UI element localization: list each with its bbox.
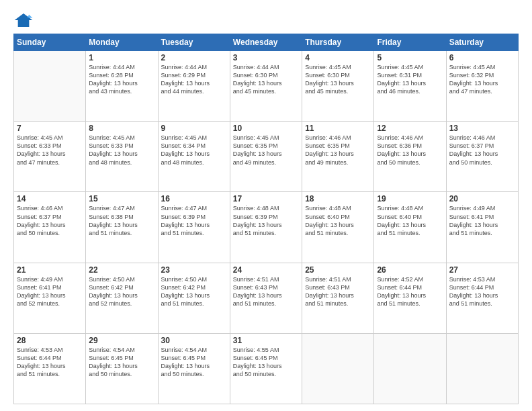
day-number: 22 [89,265,154,275]
day-number: 18 [305,194,371,203]
calendar-cell: 26Sunrise: 4:52 AM Sunset: 6:44 PM Dayli… [374,263,446,333]
day-number: 8 [89,124,154,133]
day-info: Sunrise: 4:45 AM Sunset: 6:35 PM Dayligh… [233,134,299,167]
weekday-header-sunday: Sunday [14,34,86,51]
weekday-header-tuesday: Tuesday [158,34,230,51]
page: SundayMondayTuesdayWednesdayThursdayFrid… [0,0,532,411]
day-number: 2 [161,53,227,62]
weekday-header-friday: Friday [374,34,446,51]
day-info: Sunrise: 4:45 AM Sunset: 6:32 PM Dayligh… [449,63,515,96]
calendar-cell: 2Sunrise: 4:44 AM Sunset: 6:29 PM Daylig… [158,51,230,122]
weekday-header-saturday: Saturday [446,34,518,51]
day-number: 23 [161,265,227,275]
day-info: Sunrise: 4:45 AM Sunset: 6:34 PM Dayligh… [161,134,227,167]
weekday-header-monday: Monday [86,34,158,51]
day-info: Sunrise: 4:46 AM Sunset: 6:37 PM Dayligh… [449,134,515,167]
day-info: Sunrise: 4:54 AM Sunset: 6:45 PM Dayligh… [89,346,154,379]
day-info: Sunrise: 4:44 AM Sunset: 6:30 PM Dayligh… [233,63,299,96]
day-number: 24 [233,265,299,275]
day-info: Sunrise: 4:46 AM Sunset: 6:36 PM Dayligh… [377,134,443,167]
calendar-cell: 10Sunrise: 4:45 AM Sunset: 6:35 PM Dayli… [230,122,302,192]
day-info: Sunrise: 4:49 AM Sunset: 6:41 PM Dayligh… [17,275,83,308]
calendar-cell: 8Sunrise: 4:45 AM Sunset: 6:33 PM Daylig… [86,122,158,192]
day-info: Sunrise: 4:49 AM Sunset: 6:41 PM Dayligh… [449,204,515,237]
day-info: Sunrise: 4:45 AM Sunset: 6:33 PM Dayligh… [89,134,154,167]
day-number: 27 [449,265,515,275]
day-number: 12 [377,124,443,133]
calendar-cell: 23Sunrise: 4:50 AM Sunset: 6:42 PM Dayli… [158,263,230,333]
day-info: Sunrise: 4:44 AM Sunset: 6:28 PM Dayligh… [89,63,154,96]
day-number: 25 [305,265,371,275]
day-info: Sunrise: 4:53 AM Sunset: 6:44 PM Dayligh… [17,346,83,379]
day-number: 20 [449,194,515,203]
logo-icon [13,12,34,28]
calendar-cell: 17Sunrise: 4:48 AM Sunset: 6:39 PM Dayli… [230,192,302,263]
calendar-cell: 4Sunrise: 4:45 AM Sunset: 6:30 PM Daylig… [302,51,374,122]
day-number: 3 [233,53,299,62]
calendar-cell: 16Sunrise: 4:47 AM Sunset: 6:39 PM Dayli… [158,192,230,263]
day-info: Sunrise: 4:46 AM Sunset: 6:37 PM Dayligh… [17,204,83,237]
day-number: 9 [161,124,227,133]
day-number: 5 [377,53,443,62]
calendar-cell: 28Sunrise: 4:53 AM Sunset: 6:44 PM Dayli… [14,333,86,404]
day-info: Sunrise: 4:48 AM Sunset: 6:40 PM Dayligh… [377,204,443,237]
day-number: 16 [161,194,227,203]
header [13,12,519,28]
calendar-cell [302,333,374,404]
calendar-cell: 25Sunrise: 4:51 AM Sunset: 6:43 PM Dayli… [302,263,374,333]
day-info: Sunrise: 4:53 AM Sunset: 6:44 PM Dayligh… [449,275,515,308]
calendar-cell: 30Sunrise: 4:54 AM Sunset: 6:45 PM Dayli… [158,333,230,404]
calendar-cell: 5Sunrise: 4:45 AM Sunset: 6:31 PM Daylig… [374,51,446,122]
day-number: 21 [17,265,83,275]
day-number: 26 [377,265,443,275]
calendar-table: SundayMondayTuesdayWednesdayThursdayFrid… [13,34,519,404]
week-row-2: 7Sunrise: 4:45 AM Sunset: 6:33 PM Daylig… [14,122,519,192]
calendar-cell: 11Sunrise: 4:46 AM Sunset: 6:35 PM Dayli… [302,122,374,192]
calendar-cell: 15Sunrise: 4:47 AM Sunset: 6:38 PM Dayli… [86,192,158,263]
day-number: 4 [305,53,371,62]
day-number: 29 [89,336,154,345]
calendar-cell: 3Sunrise: 4:44 AM Sunset: 6:30 PM Daylig… [230,51,302,122]
day-info: Sunrise: 4:45 AM Sunset: 6:33 PM Dayligh… [17,134,83,167]
weekday-header-thursday: Thursday [302,34,374,51]
calendar-cell: 19Sunrise: 4:48 AM Sunset: 6:40 PM Dayli… [374,192,446,263]
calendar-cell: 31Sunrise: 4:55 AM Sunset: 6:45 PM Dayli… [230,333,302,404]
calendar-cell: 29Sunrise: 4:54 AM Sunset: 6:45 PM Dayli… [86,333,158,404]
day-info: Sunrise: 4:52 AM Sunset: 6:44 PM Dayligh… [377,275,443,308]
week-row-3: 14Sunrise: 4:46 AM Sunset: 6:37 PM Dayli… [14,192,519,263]
calendar-cell: 22Sunrise: 4:50 AM Sunset: 6:42 PM Dayli… [86,263,158,333]
day-info: Sunrise: 4:54 AM Sunset: 6:45 PM Dayligh… [161,346,227,379]
week-row-4: 21Sunrise: 4:49 AM Sunset: 6:41 PM Dayli… [14,263,519,333]
day-info: Sunrise: 4:50 AM Sunset: 6:42 PM Dayligh… [89,275,154,308]
day-info: Sunrise: 4:47 AM Sunset: 6:39 PM Dayligh… [161,204,227,237]
calendar-cell [14,51,86,122]
week-row-1: 1Sunrise: 4:44 AM Sunset: 6:28 PM Daylig… [14,51,519,122]
day-info: Sunrise: 4:47 AM Sunset: 6:38 PM Dayligh… [89,204,154,237]
day-number: 30 [161,336,227,345]
calendar-cell [446,333,518,404]
day-info: Sunrise: 4:55 AM Sunset: 6:45 PM Dayligh… [233,346,299,379]
day-number: 28 [17,336,83,345]
day-number: 19 [377,194,443,203]
calendar-cell: 24Sunrise: 4:51 AM Sunset: 6:43 PM Dayli… [230,263,302,333]
day-number: 14 [17,194,83,203]
calendar-cell: 20Sunrise: 4:49 AM Sunset: 6:41 PM Dayli… [446,192,518,263]
calendar-cell: 14Sunrise: 4:46 AM Sunset: 6:37 PM Dayli… [14,192,86,263]
day-info: Sunrise: 4:46 AM Sunset: 6:35 PM Dayligh… [305,134,371,167]
calendar-cell: 7Sunrise: 4:45 AM Sunset: 6:33 PM Daylig… [14,122,86,192]
week-row-5: 28Sunrise: 4:53 AM Sunset: 6:44 PM Dayli… [14,333,519,404]
day-number: 11 [305,124,371,133]
day-info: Sunrise: 4:48 AM Sunset: 6:39 PM Dayligh… [233,204,299,237]
day-info: Sunrise: 4:44 AM Sunset: 6:29 PM Dayligh… [161,63,227,96]
logo [13,12,36,28]
day-number: 13 [449,124,515,133]
day-info: Sunrise: 4:48 AM Sunset: 6:40 PM Dayligh… [305,204,371,237]
day-number: 31 [233,336,299,345]
calendar-cell: 21Sunrise: 4:49 AM Sunset: 6:41 PM Dayli… [14,263,86,333]
day-info: Sunrise: 4:45 AM Sunset: 6:30 PM Dayligh… [305,63,371,96]
calendar-cell: 27Sunrise: 4:53 AM Sunset: 6:44 PM Dayli… [446,263,518,333]
calendar-cell: 13Sunrise: 4:46 AM Sunset: 6:37 PM Dayli… [446,122,518,192]
calendar-cell: 1Sunrise: 4:44 AM Sunset: 6:28 PM Daylig… [86,51,158,122]
day-number: 7 [17,124,83,133]
calendar-cell [374,333,446,404]
